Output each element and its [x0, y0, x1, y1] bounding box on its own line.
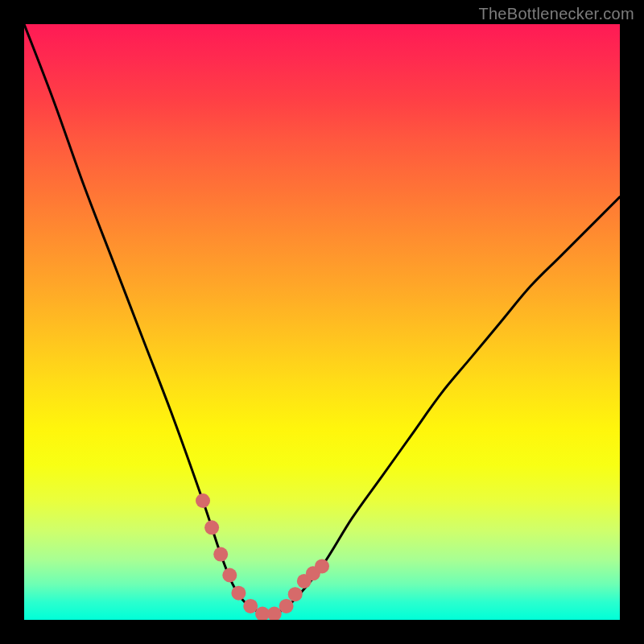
chart-frame: TheBottlenecker.com — [0, 0, 644, 644]
highlight-marker — [222, 568, 237, 583]
highlight-marker — [243, 599, 258, 613]
curve-layer — [24, 24, 620, 620]
watermark-text: TheBottlenecker.com — [478, 5, 634, 23]
highlight-marker — [315, 559, 329, 573]
highlight-marker — [196, 493, 210, 508]
highlight-marker — [267, 607, 282, 620]
highlight-marker — [204, 520, 219, 535]
highlight-marker — [213, 547, 228, 562]
highlight-marker — [231, 586, 246, 601]
plot-area — [24, 24, 620, 620]
highlight-marker — [279, 599, 294, 613]
highlight-marker — [288, 587, 303, 601]
bottleneck-curve — [24, 24, 620, 616]
